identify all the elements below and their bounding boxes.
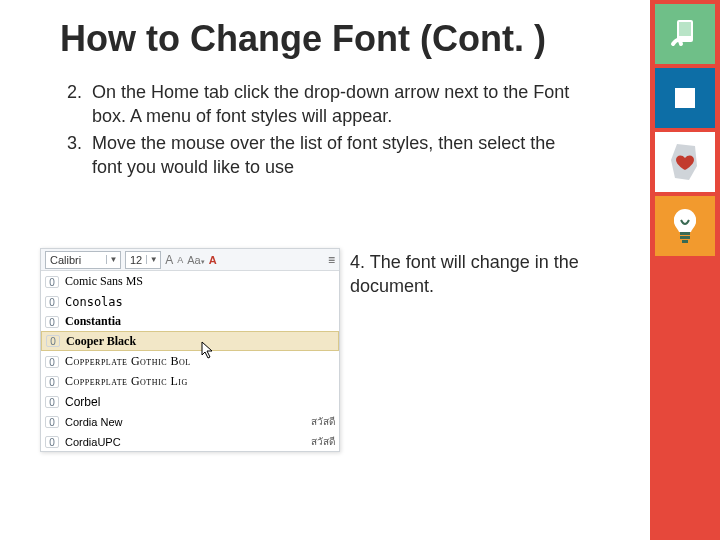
font-name-label: Cooper Black [66, 334, 334, 349]
recent-font-icon: 0 [45, 276, 59, 288]
font-name-label: Cordia New [65, 416, 311, 428]
instruction-list: 2. On the Home tab click the drop-down a… [60, 80, 580, 181]
svg-rect-1 [679, 22, 691, 36]
step-number: 3. [60, 131, 92, 180]
step-text: On the Home tab click the drop-down arro… [92, 80, 580, 129]
font-name-box[interactable]: Calibri ▼ [45, 251, 121, 269]
font-list-item[interactable]: 0Copperplate Gothic Lig [41, 371, 339, 391]
font-list-item[interactable]: 0Copperplate Gothic Bol [41, 351, 339, 371]
recent-font-icon: 0 [45, 416, 59, 428]
font-name-label: CordiaUPC [65, 436, 311, 448]
recent-font-icon: 0 [45, 396, 59, 408]
font-sample-text: สวัสดี [311, 414, 335, 429]
font-list-item[interactable]: 0Cooper Black [41, 331, 339, 351]
recent-font-icon: 0 [45, 376, 59, 388]
svg-rect-5 [680, 236, 690, 239]
font-toolbar: Calibri ▼ 12 ▼ A A Aa▾ A ≡ [41, 249, 339, 271]
step-text: Move the mouse over the list of font sty… [92, 131, 580, 180]
font-name-label: Copperplate Gothic Bol [65, 354, 335, 369]
font-list-item[interactable]: 0Constantia [41, 311, 339, 331]
font-list-item[interactable]: 0Comic Sans MS [41, 271, 339, 291]
grow-font-icon[interactable]: A [165, 253, 173, 267]
font-size-box[interactable]: 12 ▼ [125, 251, 161, 269]
font-name-label: Comic Sans MS [65, 274, 335, 289]
font-name-label: Corbel [65, 395, 335, 409]
font-list[interactable]: 0Comic Sans MS0Consolas0Constantia0Coope… [41, 271, 339, 451]
bullets-icon[interactable]: ≡ [328, 253, 335, 267]
touch-icon [655, 4, 715, 64]
recent-font-icon: 0 [45, 436, 59, 448]
svg-rect-6 [682, 240, 688, 243]
font-sample-text: สวัสดี [311, 434, 335, 449]
svg-rect-4 [680, 232, 690, 235]
font-name-label: Constantia [65, 314, 335, 329]
right-icon-strip [650, 0, 720, 540]
font-dropdown-screenshot: Calibri ▼ 12 ▼ A A Aa▾ A ≡ 0Comic Sans M… [40, 248, 340, 452]
font-name-label: Copperplate Gothic Lig [65, 374, 335, 389]
recent-font-icon: 0 [46, 335, 60, 347]
font-name-value: Calibri [46, 254, 106, 266]
svg-rect-2 [675, 88, 695, 108]
font-size-value: 12 [126, 254, 146, 266]
font-list-item[interactable]: 0Consolas [41, 291, 339, 311]
step-4-text: 4. The font will change in the document. [350, 250, 580, 299]
step-number: 2. [60, 80, 92, 129]
recent-font-icon: 0 [45, 356, 59, 368]
shrink-font-icon[interactable]: A [177, 255, 183, 265]
font-list-item[interactable]: 0Corbel [41, 391, 339, 411]
font-list-item[interactable]: 0CordiaUPCสวัสดี [41, 431, 339, 451]
lightbulb-icon [655, 196, 715, 256]
font-list-item[interactable]: 0Cordia Newสวัสดี [41, 411, 339, 431]
recent-font-icon: 0 [45, 296, 59, 308]
change-case-icon[interactable]: Aa▾ [187, 254, 204, 266]
clear-formatting-icon[interactable]: A [209, 254, 217, 266]
chevron-down-icon[interactable]: ▼ [146, 255, 160, 264]
square-icon [655, 68, 715, 128]
recent-font-icon: 0 [45, 316, 59, 328]
ohio-heart-icon [655, 132, 715, 192]
font-name-label: Consolas [65, 295, 335, 309]
chevron-down-icon[interactable]: ▼ [106, 255, 120, 264]
page-title: How to Change Font (Cont. ) [60, 18, 546, 60]
